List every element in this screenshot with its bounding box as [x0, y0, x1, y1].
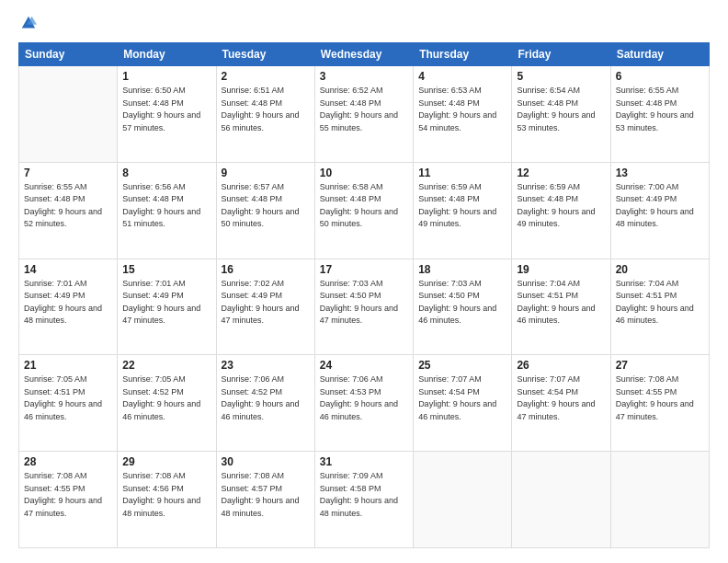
calendar-week-row: 28 Sunrise: 7:08 AM Sunset: 4:55 PM Dayl…	[19, 452, 710, 548]
day-info: Sunrise: 7:00 AM Sunset: 4:49 PM Dayligh…	[616, 181, 704, 231]
day-number: 25	[418, 359, 506, 372]
calendar-cell: 10 Sunrise: 6:58 AM Sunset: 4:48 PM Dayl…	[314, 162, 413, 259]
day-info: Sunrise: 7:06 AM Sunset: 4:53 PM Dayligh…	[320, 373, 408, 423]
calendar-cell: 24 Sunrise: 7:06 AM Sunset: 4:53 PM Dayl…	[314, 355, 413, 452]
calendar-cell: 28 Sunrise: 7:08 AM Sunset: 4:55 PM Dayl…	[19, 452, 118, 548]
day-info: Sunrise: 7:03 AM Sunset: 4:50 PM Dayligh…	[320, 278, 408, 327]
day-number: 15	[122, 263, 210, 276]
calendar-cell: 7 Sunrise: 6:55 AM Sunset: 4:48 PM Dayli…	[19, 162, 118, 259]
day-info: Sunrise: 7:07 AM Sunset: 4:54 PM Dayligh…	[517, 373, 605, 423]
day-number: 5	[517, 70, 605, 83]
calendar-cell: 3 Sunrise: 6:52 AM Sunset: 4:48 PM Dayli…	[314, 66, 413, 163]
calendar-cell	[512, 452, 610, 548]
calendar-week-row: 7 Sunrise: 6:55 AM Sunset: 4:48 PM Dayli…	[19, 162, 710, 259]
calendar-cell: 13 Sunrise: 7:00 AM Sunset: 4:49 PM Dayl…	[610, 162, 709, 259]
day-info: Sunrise: 7:02 AM Sunset: 4:49 PM Dayligh…	[222, 278, 310, 327]
day-number: 31	[320, 455, 408, 468]
calendar-header-wednesday: Wednesday	[314, 43, 413, 66]
day-number: 16	[222, 263, 310, 276]
day-info: Sunrise: 7:01 AM Sunset: 4:49 PM Dayligh…	[122, 278, 210, 327]
calendar-cell: 4 Sunrise: 6:53 AM Sunset: 4:48 PM Dayli…	[414, 66, 512, 163]
calendar-header-monday: Monday	[118, 43, 216, 66]
day-info: Sunrise: 6:54 AM Sunset: 4:48 PM Dayligh…	[517, 85, 605, 134]
day-number: 14	[24, 263, 112, 276]
day-number: 3	[320, 70, 408, 83]
day-info: Sunrise: 7:04 AM Sunset: 4:51 PM Dayligh…	[517, 278, 605, 327]
calendar-cell: 6 Sunrise: 6:55 AM Sunset: 4:48 PM Dayli…	[610, 66, 709, 163]
day-number: 21	[24, 359, 112, 372]
day-number: 7	[24, 167, 112, 179]
day-number: 8	[122, 167, 210, 179]
day-number: 29	[122, 455, 210, 468]
day-info: Sunrise: 6:58 AM Sunset: 4:48 PM Dayligh…	[320, 181, 408, 231]
calendar-cell: 23 Sunrise: 7:06 AM Sunset: 4:52 PM Dayl…	[216, 355, 314, 452]
calendar-cell: 17 Sunrise: 7:03 AM Sunset: 4:50 PM Dayl…	[314, 259, 413, 355]
calendar-header-tuesday: Tuesday	[216, 43, 314, 66]
calendar-cell: 19 Sunrise: 7:04 AM Sunset: 4:51 PM Dayl…	[512, 259, 610, 355]
day-info: Sunrise: 6:59 AM Sunset: 4:48 PM Dayligh…	[517, 181, 605, 231]
calendar-header-row: SundayMondayTuesdayWednesdayThursdayFrid…	[19, 43, 710, 66]
day-info: Sunrise: 7:08 AM Sunset: 4:55 PM Dayligh…	[24, 470, 112, 520]
day-info: Sunrise: 6:57 AM Sunset: 4:48 PM Dayligh…	[222, 181, 310, 231]
calendar-cell	[414, 452, 512, 548]
day-number: 11	[418, 167, 506, 179]
calendar-cell: 27 Sunrise: 7:08 AM Sunset: 4:55 PM Dayl…	[610, 355, 709, 452]
day-info: Sunrise: 7:03 AM Sunset: 4:50 PM Dayligh…	[418, 278, 506, 327]
calendar-header-friday: Friday	[512, 43, 610, 66]
calendar-cell: 11 Sunrise: 6:59 AM Sunset: 4:48 PM Dayl…	[414, 162, 512, 259]
day-number: 19	[517, 263, 605, 276]
day-info: Sunrise: 6:55 AM Sunset: 4:48 PM Dayligh…	[616, 85, 704, 134]
day-number: 10	[320, 167, 408, 179]
day-info: Sunrise: 7:09 AM Sunset: 4:58 PM Dayligh…	[320, 470, 408, 520]
day-number: 22	[122, 359, 210, 372]
calendar-header-thursday: Thursday	[414, 43, 512, 66]
calendar-cell: 20 Sunrise: 7:04 AM Sunset: 4:51 PM Dayl…	[610, 259, 709, 355]
calendar-cell: 2 Sunrise: 6:51 AM Sunset: 4:48 PM Dayli…	[216, 66, 314, 163]
day-number: 2	[222, 70, 310, 83]
day-number: 20	[616, 263, 704, 276]
day-number: 27	[616, 359, 704, 372]
day-info: Sunrise: 6:50 AM Sunset: 4:48 PM Dayligh…	[122, 85, 210, 134]
calendar-table: SundayMondayTuesdayWednesdayThursdayFrid…	[18, 42, 710, 548]
calendar-header-saturday: Saturday	[610, 43, 709, 66]
calendar-cell: 31 Sunrise: 7:09 AM Sunset: 4:58 PM Dayl…	[314, 452, 413, 548]
day-number: 23	[222, 359, 310, 372]
day-info: Sunrise: 7:08 AM Sunset: 4:56 PM Dayligh…	[122, 470, 210, 520]
calendar-cell: 30 Sunrise: 7:08 AM Sunset: 4:57 PM Dayl…	[216, 452, 314, 548]
day-info: Sunrise: 7:08 AM Sunset: 4:57 PM Dayligh…	[222, 470, 310, 520]
day-info: Sunrise: 7:04 AM Sunset: 4:51 PM Dayligh…	[616, 278, 704, 327]
day-number: 13	[616, 167, 704, 179]
calendar-cell: 22 Sunrise: 7:05 AM Sunset: 4:52 PM Dayl…	[118, 355, 216, 452]
calendar-cell: 15 Sunrise: 7:01 AM Sunset: 4:49 PM Dayl…	[118, 259, 216, 355]
day-info: Sunrise: 6:59 AM Sunset: 4:48 PM Dayligh…	[418, 181, 506, 231]
day-info: Sunrise: 7:07 AM Sunset: 4:54 PM Dayligh…	[418, 373, 506, 423]
calendar-cell: 9 Sunrise: 6:57 AM Sunset: 4:48 PM Dayli…	[216, 162, 314, 259]
calendar-cell: 8 Sunrise: 6:56 AM Sunset: 4:48 PM Dayli…	[118, 162, 216, 259]
day-info: Sunrise: 7:05 AM Sunset: 4:51 PM Dayligh…	[24, 373, 112, 423]
calendar-cell: 29 Sunrise: 7:08 AM Sunset: 4:56 PM Dayl…	[118, 452, 216, 548]
day-number: 24	[320, 359, 408, 372]
day-info: Sunrise: 7:08 AM Sunset: 4:55 PM Dayligh…	[616, 373, 704, 423]
calendar-cell: 5 Sunrise: 6:54 AM Sunset: 4:48 PM Dayli…	[512, 66, 610, 163]
day-number: 30	[222, 455, 310, 468]
calendar-cell: 25 Sunrise: 7:07 AM Sunset: 4:54 PM Dayl…	[414, 355, 512, 452]
day-info: Sunrise: 6:51 AM Sunset: 4:48 PM Dayligh…	[222, 85, 310, 134]
day-number: 4	[418, 70, 506, 83]
calendar-cell: 1 Sunrise: 6:50 AM Sunset: 4:48 PM Dayli…	[118, 66, 216, 163]
calendar-cell: 16 Sunrise: 7:02 AM Sunset: 4:49 PM Dayl…	[216, 259, 314, 355]
calendar-week-row: 14 Sunrise: 7:01 AM Sunset: 4:49 PM Dayl…	[19, 259, 710, 355]
logo-icon	[20, 15, 37, 31]
day-number: 12	[517, 167, 605, 179]
day-number: 18	[418, 263, 506, 276]
calendar-cell: 26 Sunrise: 7:07 AM Sunset: 4:54 PM Dayl…	[512, 355, 610, 452]
calendar-cell: 12 Sunrise: 6:59 AM Sunset: 4:48 PM Dayl…	[512, 162, 610, 259]
calendar-header-sunday: Sunday	[19, 43, 118, 66]
day-number: 6	[616, 70, 704, 83]
day-info: Sunrise: 6:55 AM Sunset: 4:48 PM Dayligh…	[24, 181, 112, 231]
page: SundayMondayTuesdayWednesdayThursdayFrid…	[0, 0, 728, 563]
day-number: 26	[517, 359, 605, 372]
header	[18, 15, 710, 35]
calendar-cell: 18 Sunrise: 7:03 AM Sunset: 4:50 PM Dayl…	[414, 259, 512, 355]
calendar-week-row: 21 Sunrise: 7:05 AM Sunset: 4:51 PM Dayl…	[19, 355, 710, 452]
day-info: Sunrise: 7:01 AM Sunset: 4:49 PM Dayligh…	[24, 278, 112, 327]
